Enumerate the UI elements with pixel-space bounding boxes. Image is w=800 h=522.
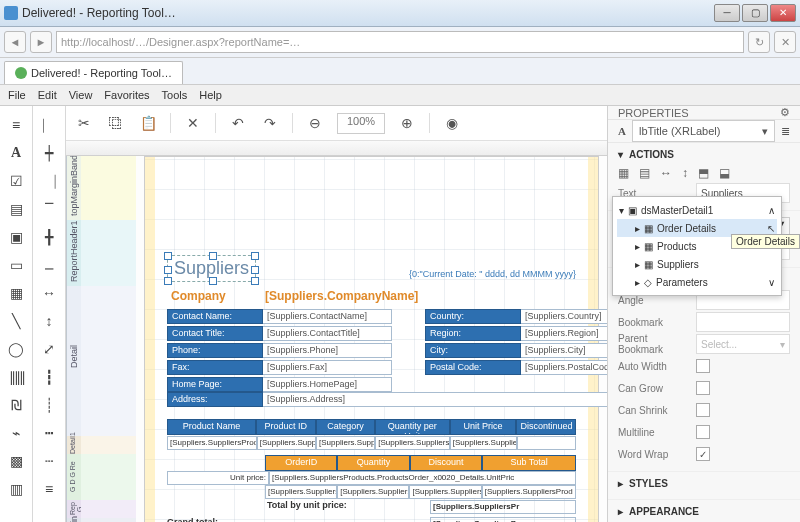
tool-table-icon[interactable]: ▦ <box>7 284 25 302</box>
size-height-icon[interactable]: ↕ <box>40 312 58 330</box>
menu-tools[interactable]: Tools <box>162 89 188 101</box>
hspace-inc-icon[interactable]: ┊ <box>40 396 58 414</box>
vspace-equal-icon[interactable]: ┅ <box>40 424 58 442</box>
send-back-icon[interactable]: ⬓ <box>719 166 730 180</box>
total-by-unit-row[interactable]: Total by unit price: [Suppliers.Supplier… <box>167 500 576 514</box>
section-appearance[interactable]: APPEARANCE <box>629 506 699 517</box>
align-right-icon[interactable]: ⎹ <box>40 172 58 190</box>
nav-back-button[interactable]: ◄ <box>4 31 26 53</box>
band-topmargin[interactable]: topMarginBand1 <box>69 160 79 216</box>
zoom-input[interactable]: 100% <box>337 113 385 134</box>
prop-canshrink-checkbox[interactable] <box>696 403 710 417</box>
bring-front-icon[interactable]: ⬒ <box>698 166 709 180</box>
align-bottom-icon[interactable]: ⎽ <box>40 256 58 274</box>
tool-richtext-icon[interactable]: ▤ <box>7 200 25 218</box>
chevron-down-icon[interactable]: ▾ <box>618 149 623 160</box>
tree-node-suppliers[interactable]: ▸▦Suppliers <box>617 255 777 273</box>
report-date-expr[interactable]: {0:"Current Date: " dddd, dd MMMM yyyy} <box>409 269 576 279</box>
hspace-equal-icon[interactable]: ┇ <box>40 368 58 386</box>
hamburger-icon[interactable]: ≡ <box>7 116 25 134</box>
align-grid-icon[interactable]: ▦ <box>618 166 629 180</box>
grand-total-row[interactable]: Grand total: [Suppliers.SuppliersPr <box>167 517 576 522</box>
vcenter-icon[interactable]: ↕ <box>682 166 688 180</box>
paste-button[interactable]: 📋 <box>138 113 158 133</box>
tool-subreport-icon[interactable]: ▥ <box>7 480 25 498</box>
chevron-right-icon[interactable]: ▸ <box>618 506 623 517</box>
align-left-icon[interactable]: ⎸ <box>40 116 58 134</box>
field-row[interactable]: Fax:[Suppliers.Fax] <box>167 360 392 375</box>
zoom-in-button[interactable]: ⊕ <box>397 113 417 133</box>
band-detail[interactable]: Detail <box>69 336 79 376</box>
tool-sparkline-icon[interactable]: ⌁ <box>7 424 25 442</box>
nav-forward-button[interactable]: ► <box>30 31 52 53</box>
tree-node-root[interactable]: ▾▣dsMasterDetail1∧ <box>617 201 777 219</box>
prop-wordwrap-checkbox[interactable]: ✓ <box>696 447 710 461</box>
redo-button[interactable]: ↷ <box>260 113 280 133</box>
zoom-out-button[interactable]: ⊖ <box>305 113 325 133</box>
tool-line-icon[interactable]: ╲ <box>7 312 25 330</box>
undo-button[interactable]: ↶ <box>228 113 248 133</box>
cut-button[interactable]: ✂ <box>74 113 94 133</box>
band-groupcols[interactable]: G D G Re <box>69 456 76 498</box>
field-row[interactable]: Phone:[Suppliers.Phone] <box>167 343 392 358</box>
products-header[interactable]: Product NameProduct IDCategoryQuantity p… <box>167 419 576 435</box>
size-both-icon[interactable]: ⤢ <box>40 340 58 358</box>
menu-help[interactable]: Help <box>199 89 222 101</box>
menu-file[interactable]: File <box>8 89 26 101</box>
settings-gear-icon[interactable]: ⚙ <box>780 106 790 119</box>
align-top-icon[interactable]: ⎺ <box>40 200 58 218</box>
size-width-icon[interactable]: ↔ <box>40 284 58 302</box>
menu-edit[interactable]: Edit <box>38 89 57 101</box>
tool-barcode-icon[interactable]: ∥∥∥ <box>7 368 25 386</box>
hcenter-icon[interactable]: ↔ <box>660 166 672 180</box>
field-row[interactable]: Contact Name:[Suppliers.ContactName] <box>167 309 392 324</box>
preview-button[interactable]: ◉ <box>442 113 462 133</box>
prop-parentbookmark-select[interactable]: Select...▾ <box>696 334 790 354</box>
field-row[interactable]: Country:[Suppliers.Country] <box>425 309 607 324</box>
tool-label-icon[interactable]: A <box>7 144 25 162</box>
window-close-button[interactable]: ✕ <box>770 4 796 22</box>
field-row[interactable]: Postal Code:[Suppliers.PostalCode] <box>425 360 607 375</box>
menu-favorites[interactable]: Favorites <box>104 89 149 101</box>
report-page[interactable]: Suppliers {0:"Current Date: " dddd, dd M… <box>144 156 599 522</box>
tool-picture-icon[interactable]: ▣ <box>7 228 25 246</box>
chevron-right-icon[interactable]: ▸ <box>618 478 623 489</box>
vspace-inc-icon[interactable]: ┄ <box>40 452 58 470</box>
tool-panel-icon[interactable]: ▭ <box>7 256 25 274</box>
section-actions[interactable]: ACTIONS <box>629 149 674 160</box>
delete-button[interactable]: ✕ <box>183 113 203 133</box>
window-maximize-button[interactable]: ▢ <box>742 4 768 22</box>
browser-tab[interactable]: Delivered! - Reporting Tool… <box>4 61 183 84</box>
prop-bookmark-input[interactable] <box>696 312 790 332</box>
size-grid-icon[interactable]: ▤ <box>639 166 650 180</box>
tool-checkbox-icon[interactable]: ☑ <box>7 172 25 190</box>
center-horiz-icon[interactable]: ≡ <box>40 480 58 498</box>
tree-node-parameters[interactable]: ▸◇Parameters∨ <box>617 273 777 291</box>
unitprice-row[interactable]: Unit price: [Suppliers.SuppliersProducts… <box>167 471 576 485</box>
section-styles[interactable]: STYLES <box>629 478 668 489</box>
align-middle-icon[interactable]: ╋ <box>40 228 58 246</box>
address-row[interactable]: Address: [Suppliers.Address] <box>167 392 607 407</box>
orders-header[interactable]: OrderIDQuantityDiscountSub Total <box>265 455 576 471</box>
nav-stop-button[interactable]: ✕ <box>774 31 796 53</box>
url-input[interactable]: http://localhost/…/Designer.aspx?reportN… <box>56 31 744 53</box>
align-center-icon[interactable]: ┿ <box>40 144 58 162</box>
selected-element-dropdown[interactable]: lbTitle (XRLabel)▾ <box>632 120 775 142</box>
field-row[interactable]: City:[Suppliers.City] <box>425 343 607 358</box>
prop-autowidth-checkbox[interactable] <box>696 359 710 373</box>
field-row[interactable]: Region:[Suppliers.Region] <box>425 326 607 341</box>
prop-cangrow-checkbox[interactable] <box>696 381 710 395</box>
copy-button[interactable]: ⿻ <box>106 113 126 133</box>
field-row[interactable]: Contact Title:[Suppliers.ContactTitle] <box>167 326 392 341</box>
datasource-icon[interactable]: ≣ <box>781 125 790 138</box>
band-reportheader[interactable]: ReportHeader1 <box>69 224 79 282</box>
orders-row[interactable]: [Suppliers.Suppliers[Suppliers.Suppliers… <box>265 485 576 499</box>
products-row[interactable]: [Suppliers.SuppliersProd[Suppliers.Suppl… <box>167 436 576 450</box>
window-minimize-button[interactable]: ─ <box>714 4 740 22</box>
tool-pivot-icon[interactable]: ▩ <box>7 452 25 470</box>
tool-shape-icon[interactable]: ◯ <box>7 340 25 358</box>
nav-refresh-button[interactable]: ↻ <box>748 31 770 53</box>
company-row[interactable]: Company [Suppliers.CompanyName] <box>167 288 576 306</box>
report-title-label[interactable]: Suppliers <box>167 255 256 282</box>
menu-view[interactable]: View <box>69 89 93 101</box>
